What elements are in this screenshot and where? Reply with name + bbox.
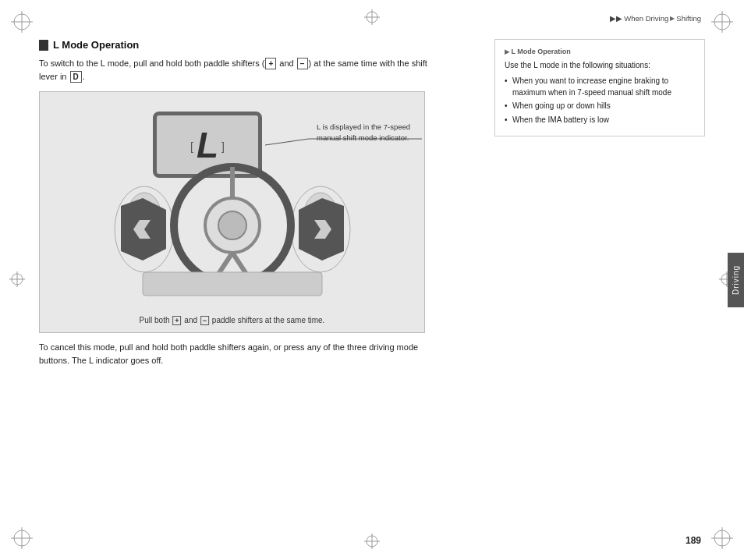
right-col-intro: Use the L mode in the following situatio… <box>505 60 695 71</box>
breadcrumb-part1: When Driving <box>624 14 668 23</box>
bullet-item-2: When going up or down hills <box>505 101 695 112</box>
sym-D: D <box>70 71 82 83</box>
sym-plus: + <box>265 58 276 69</box>
caption-pull: Pull both <box>140 316 172 324</box>
caption-sym-minus: − <box>200 316 209 325</box>
corner-mark-bl <box>8 524 36 552</box>
bullet-item-1: When you want to increase engine braking… <box>505 76 695 98</box>
cancel-text-value: To cancel this mode, pull and hold both … <box>39 342 418 365</box>
right-column: ▶ L Mode Operation Use the L mode in the… <box>494 39 705 136</box>
sym-minus: − <box>297 58 308 69</box>
main-content: L Mode Operation To switch to the L mode… <box>39 39 705 529</box>
caption-and: and <box>182 316 200 324</box>
body-paragraph-1: To switch to the L mode, pull and hold b… <box>39 57 437 83</box>
corner-mark-tl <box>8 8 36 36</box>
caption-sym-plus: + <box>172 316 181 325</box>
page-number: 189 <box>686 535 701 546</box>
corner-mark-tr <box>708 8 736 36</box>
mid-mark-top <box>363 8 381 28</box>
right-col-title: ▶ L Mode Operation <box>505 48 695 55</box>
section-heading: L Mode Operation <box>39 39 437 51</box>
side-tab-label: Driving <box>732 265 740 295</box>
breadcrumb: ▶▶ When Driving ▶ Shifting <box>610 14 701 23</box>
image-caption: Pull both + and − paddle shifters at the… <box>140 316 325 326</box>
svg-point-39 <box>218 211 246 239</box>
page: ▶▶ When Driving ▶ Shifting Driving 189 L… <box>0 0 744 560</box>
right-col-title-text: L Mode Operation <box>512 48 571 55</box>
mid-mark-left <box>8 270 27 290</box>
breadcrumb-sep1: ▶ <box>670 15 675 22</box>
mid-mark-bottom <box>363 532 381 552</box>
illustration-box: [ L ] L is displayed in the 7-speed manu… <box>39 91 425 333</box>
caption-end: paddle shifters at the same time. <box>210 316 324 324</box>
side-tab-driving: Driving <box>728 253 744 307</box>
heading-bar-icon <box>39 40 48 51</box>
right-col-bullet-list: When you want to increase engine braking… <box>505 76 695 126</box>
corner-mark-br <box>708 524 736 552</box>
body-text-period: . <box>83 72 85 81</box>
body-text-and: and <box>277 58 296 68</box>
page-number-value: 189 <box>686 535 701 546</box>
breadcrumb-arrows: ▶▶ <box>610 14 622 23</box>
steering-illustration <box>104 136 361 299</box>
cancel-paragraph: To cancel this mode, pull and hold both … <box>39 341 437 367</box>
svg-rect-40 <box>143 272 322 296</box>
breadcrumb-part2: Shifting <box>676 14 701 23</box>
bullet-item-3: When the IMA battery is low <box>505 115 695 126</box>
left-column: L Mode Operation To switch to the L mode… <box>39 39 437 367</box>
body-text-intro: To switch to the L mode, pull and hold b… <box>39 58 264 68</box>
section-heading-text: L Mode Operation <box>53 39 139 51</box>
